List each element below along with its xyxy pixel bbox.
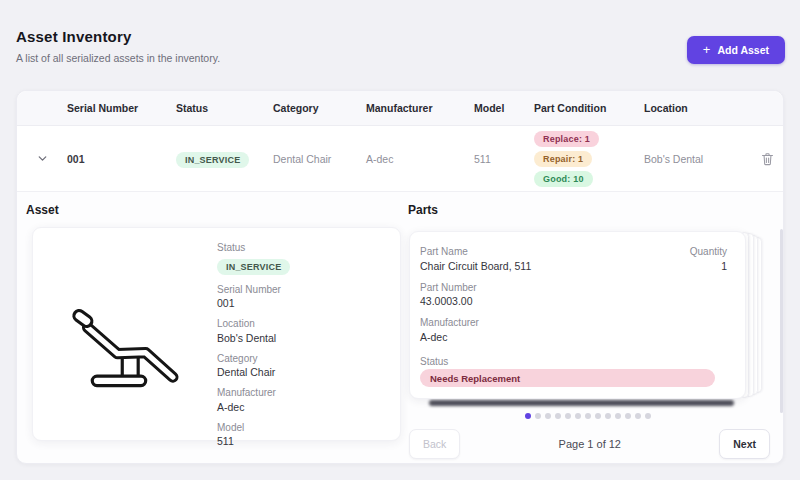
part-name-row: Part Name Chair Circuit Board, 511 Quant… — [420, 246, 727, 282]
cell-actions — [756, 147, 783, 171]
pagination-dot[interactable] — [535, 413, 541, 419]
detail-category: Category Dental Chair — [217, 353, 386, 379]
pagination-dot[interactable] — [625, 413, 631, 419]
col-model: Model — [474, 102, 534, 114]
asset-table: Serial Number Status Category Manufactur… — [17, 91, 783, 192]
add-asset-label: Add Asset — [717, 44, 769, 56]
col-location: Location — [644, 102, 756, 114]
parts-card[interactable]: Part Name Chair Circuit Board, 511 Quant… — [409, 231, 746, 399]
asset-card: Status IN_SERVICE Serial Number 001 Loca… — [32, 227, 401, 441]
cell-serial-number: 001 — [67, 153, 176, 165]
detail-location: Location Bob's Dental — [217, 318, 386, 344]
parts-section-heading: Parts — [408, 203, 438, 217]
table-row[interactable]: 001 IN_SERVICE Dental Chair A-dec 511 Re… — [17, 126, 783, 192]
pagination-dot[interactable] — [585, 413, 591, 419]
add-asset-button[interactable]: + Add Asset — [687, 36, 785, 64]
page-title: Asset Inventory — [16, 28, 220, 45]
page-header-text: Asset Inventory A list of all serialized… — [16, 28, 220, 64]
pagination-dot[interactable] — [575, 413, 581, 419]
pagination-dot[interactable] — [645, 413, 651, 419]
delete-asset-button[interactable] — [756, 147, 779, 171]
pagination-dot[interactable] — [565, 413, 571, 419]
replace-badge: Replace: 1 — [534, 131, 599, 147]
chevron-down-icon — [36, 152, 49, 165]
good-badge: Good: 10 — [534, 171, 593, 187]
pagination-dot[interactable] — [605, 413, 611, 419]
cell-status: IN_SERVICE — [176, 149, 273, 168]
page-indicator: Page 1 of 12 — [559, 438, 621, 450]
pagination-dot[interactable] — [635, 413, 641, 419]
deck-shadow — [429, 400, 734, 406]
dental-chair-illustration — [51, 276, 201, 406]
cell-location: Bob's Dental — [644, 153, 756, 165]
part-status-field: Status Needs Replacement — [420, 356, 727, 388]
detail-status: Status IN_SERVICE — [217, 242, 386, 275]
part-number-field: Part Number 43.0003.00 — [420, 282, 727, 308]
col-status: Status — [176, 102, 273, 114]
cell-category: Dental Chair — [273, 153, 366, 165]
asset-details: Status IN_SERVICE Serial Number 001 Loca… — [217, 242, 386, 456]
parts-scrollbar[interactable] — [780, 229, 783, 413]
pagination-dot-active[interactable] — [525, 413, 531, 419]
next-button[interactable]: Next — [719, 429, 770, 459]
table-header-row: Serial Number Status Category Manufactur… — [17, 91, 783, 126]
back-button[interactable]: Back — [409, 429, 460, 459]
page-header: Asset Inventory A list of all serialized… — [16, 28, 785, 64]
pagination-dots — [409, 413, 767, 419]
detail-model: Model 511 — [217, 422, 386, 448]
main-panel: Serial Number Status Category Manufactur… — [16, 90, 784, 464]
pagination-bar: Back Page 1 of 12 Next — [409, 429, 770, 459]
asset-status-badge: IN_SERVICE — [217, 259, 290, 275]
col-serial-number: Serial Number — [67, 102, 176, 114]
row-expander[interactable] — [17, 152, 67, 165]
col-manufacturer: Manufacturer — [366, 102, 474, 114]
pagination-dot[interactable] — [595, 413, 601, 419]
page-subtitle: A list of all serialized assets in the i… — [16, 52, 220, 64]
part-manufacturer-field: Manufacturer A-dec — [420, 317, 727, 343]
part-quantity-field: Quantity 1 — [690, 246, 727, 272]
trash-icon — [760, 151, 775, 167]
asset-section-heading: Asset — [26, 203, 59, 217]
repair-badge: Repair: 1 — [534, 151, 592, 167]
pagination-dot[interactable] — [545, 413, 551, 419]
col-part-condition: Part Condition — [534, 102, 644, 114]
parts-card-deck: Part Name Chair Circuit Board, 511 Quant… — [409, 231, 762, 399]
pagination-dot[interactable] — [555, 413, 561, 419]
plus-icon: + — [703, 45, 711, 55]
cell-model: 511 — [474, 153, 534, 165]
cell-part-condition: Replace: 1 Repair: 1 Good: 10 — [534, 131, 644, 187]
pagination-dot[interactable] — [615, 413, 621, 419]
detail-serial-number: Serial Number 001 — [217, 284, 386, 310]
cell-manufacturer: A-dec — [366, 153, 474, 165]
detail-manufacturer: Manufacturer A-dec — [217, 387, 386, 413]
needs-replacement-badge: Needs Replacement — [420, 369, 715, 387]
status-badge: IN_SERVICE — [176, 152, 249, 168]
part-name-field: Part Name Chair Circuit Board, 511 — [420, 246, 531, 272]
col-category: Category — [273, 102, 366, 114]
